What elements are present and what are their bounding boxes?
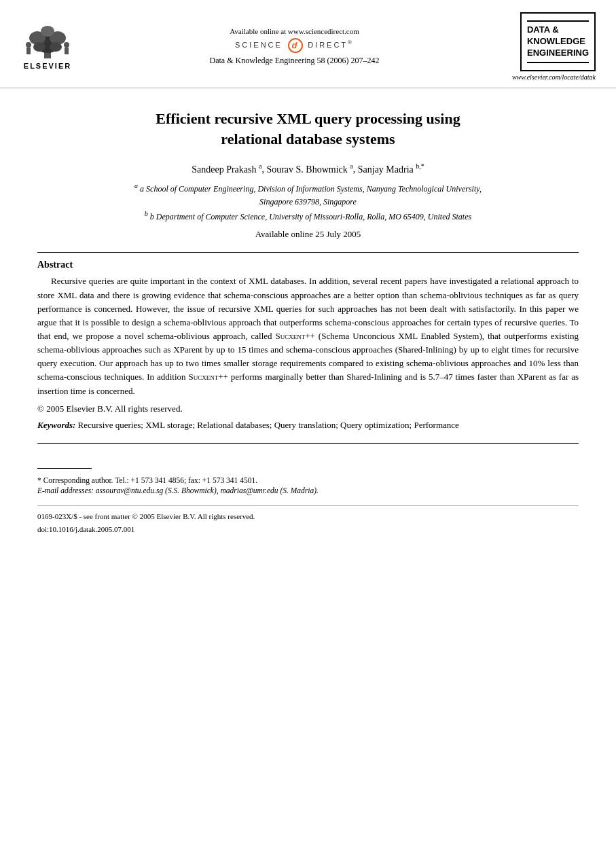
header-center: Available online at www.sciencedirect.co… <box>102 27 487 66</box>
dke-top-line <box>527 20 589 22</box>
elsevier-tree-icon <box>20 23 75 60</box>
abstract-section: Abstract Recursive queries are quite imp… <box>37 260 579 431</box>
affiliations: a a School of Computer Engineering, Divi… <box>37 181 579 224</box>
footnote-divider-line <box>37 468 92 469</box>
email-addresses: E-mail addresses: assourav@ntu.edu.sg (S… <box>37 486 579 495</box>
affiliation-a: a School of Computer Engineering, Divisi… <box>140 184 482 194</box>
dke-box: DATA & KNOWLEDGE ENGINEERING <box>520 12 596 71</box>
journal-title: Data & Knowledge Engineering 58 (2006) 2… <box>102 56 487 66</box>
svg-point-9 <box>64 42 69 48</box>
dke-line2: KNOWLEDGE <box>527 36 589 48</box>
page: ELSEVIER Available online at www.science… <box>0 0 616 841</box>
affiliation-a2: Singapore 639798, Singapore <box>259 197 357 207</box>
copyright-line: © 2005 Elsevier B.V. All rights reserved… <box>37 404 579 414</box>
issn-line: 0169-023X/$ - see front matter © 2005 El… <box>37 510 579 523</box>
footnotes-section: * Corresponding author. Tel.: +1 573 341… <box>37 464 579 495</box>
paper-title-line1: Efficient recursive XML query processing… <box>156 110 460 127</box>
paper-title-line2: relational database systems <box>221 130 395 147</box>
dke-line3: ENGINEERING <box>527 48 589 59</box>
svg-point-4 <box>41 26 54 37</box>
elsevier-logo-area: ELSEVIER <box>20 23 102 70</box>
svg-rect-8 <box>26 48 31 54</box>
sd-icon: d <box>288 38 303 53</box>
sucxent-name2: Sucxent++ <box>188 372 228 382</box>
and-word: and <box>513 358 526 368</box>
keywords-section: Keywords: Recursive queries; XML storage… <box>37 418 579 432</box>
elsevier-url: www.elsevier.com/locate/datak <box>487 73 596 81</box>
available-online-text: Available online at www.sciencedirect.co… <box>102 27 487 35</box>
svg-point-6 <box>50 42 62 52</box>
dke-bottom-line <box>527 62 589 63</box>
abstract-divider <box>37 443 579 444</box>
sciencedirect-logo: SCIENCE d DIRECT® <box>102 38 487 53</box>
doi-line: doi:10.1016/j.datak.2005.07.001 <box>37 523 579 536</box>
abstract-text: Recursive queries are quite important in… <box>37 274 579 397</box>
main-content: Efficient recursive XML query processing… <box>0 88 616 550</box>
svg-point-7 <box>26 42 31 48</box>
elsevier-logo: ELSEVIER <box>20 23 75 70</box>
affiliation-b: b Department of Computer Science, Univer… <box>150 212 471 221</box>
authors-line: Sandeep Prakash a, Sourav S. Bhowmick a,… <box>37 162 579 175</box>
dke-line1: DATA & <box>527 24 589 36</box>
title-divider <box>37 252 579 253</box>
sucxent-name: Sucxent++ <box>276 331 315 341</box>
svg-rect-10 <box>65 48 69 54</box>
elsevier-text: ELSEVIER <box>24 62 71 70</box>
journal-header: ELSEVIER Available online at www.science… <box>0 0 616 88</box>
available-online-paper: Available online 25 July 2005 <box>37 229 579 240</box>
dke-box-area: DATA & KNOWLEDGE ENGINEERING www.elsevie… <box>487 12 596 81</box>
corresponding-author: * Corresponding author. Tel.: +1 573 341… <box>37 474 579 486</box>
keywords-text: Recursive queries; XML storage; Relation… <box>78 420 459 430</box>
keywords-label: Keywords: <box>37 420 75 430</box>
abstract-label: Abstract <box>37 260 579 270</box>
footer-ids: 0169-023X/$ - see front matter © 2005 El… <box>37 505 579 535</box>
svg-point-5 <box>33 42 46 52</box>
paper-title: Efficient recursive XML query processing… <box>37 109 579 151</box>
